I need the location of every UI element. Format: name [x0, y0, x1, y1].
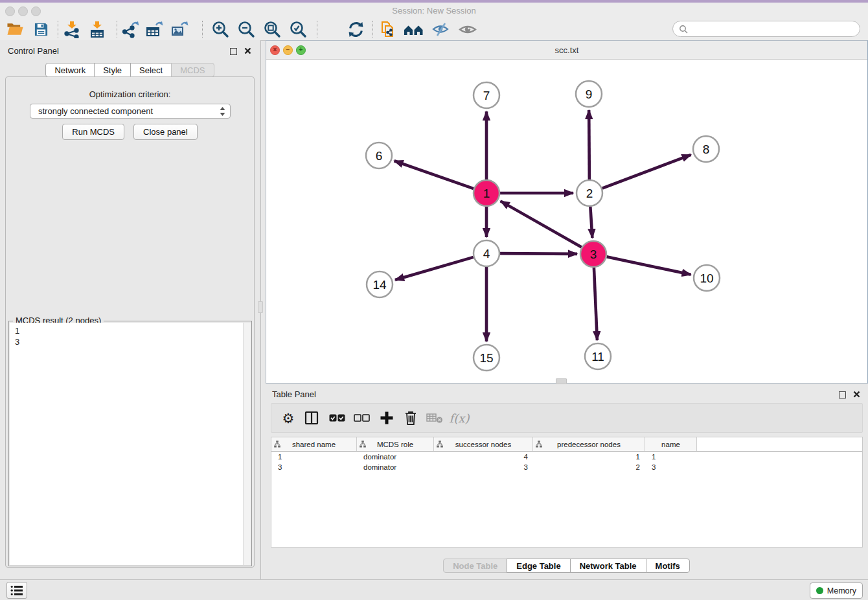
run-mcds-button[interactable]: Run MCDS	[62, 124, 124, 140]
mcds-result-text[interactable]: 1 3	[10, 323, 251, 565]
zoom-in-icon[interactable]	[210, 19, 231, 39]
search-box[interactable]	[672, 21, 860, 37]
graph-node-label-1: 1	[483, 187, 490, 200]
tab-node-table[interactable]: Node Table	[443, 559, 507, 573]
function-builder-icon[interactable]: f(x)	[448, 404, 470, 432]
import-network-icon[interactable]	[62, 19, 82, 39]
split-columns-icon[interactable]	[301, 404, 323, 432]
graph-edge-4-3[interactable]	[500, 253, 577, 254]
table-cell[interactable]: 1	[533, 453, 645, 461]
hide-graphics-details-icon[interactable]	[430, 19, 451, 39]
export-table-icon[interactable]	[144, 19, 165, 39]
add-column-icon[interactable]	[376, 404, 398, 432]
tab-network-table[interactable]: Network Table	[570, 559, 646, 573]
deselect-all-checkboxes-icon[interactable]	[350, 404, 372, 432]
table-close-panel-icon[interactable]	[853, 391, 860, 398]
export-network-icon[interactable]	[120, 19, 141, 39]
column-header-label: MCDS role	[377, 441, 413, 448]
gear-icon[interactable]: ⚙	[277, 404, 299, 432]
graph-edge-4-14[interactable]	[395, 257, 474, 280]
graph-node-label-11: 11	[591, 350, 604, 363]
table-panel-title: Table Panel	[272, 389, 316, 399]
window-title: Session: New Session	[0, 6, 868, 16]
table-panel-tabs: Node Table Edge Table Network Table Moti…	[266, 559, 868, 573]
column-header-predecessor-nodes[interactable]: predecessor nodes	[533, 437, 645, 451]
memory-button[interactable]: Memory	[810, 583, 863, 599]
search-input[interactable]	[691, 24, 860, 34]
memory-label: Memory	[827, 586, 856, 595]
network-window-titlebar[interactable]: × − + scc.txt	[266, 41, 867, 60]
tab-style[interactable]: Style	[94, 63, 131, 77]
graph-node-label-10: 10	[700, 271, 713, 285]
table-cell[interactable]: 3	[434, 463, 533, 471]
column-header-MCDS-role[interactable]: MCDS role	[357, 437, 434, 451]
column-header-successor-nodes[interactable]: successor nodes	[434, 437, 533, 451]
table-cell[interactable]: 2	[533, 463, 645, 471]
column-header-shared-name[interactable]: shared name	[271, 437, 357, 451]
tab-select[interactable]: Select	[130, 63, 172, 77]
result-scrollbar[interactable]	[243, 323, 251, 565]
save-session-icon[interactable]	[30, 19, 51, 39]
graph-edge-1-6[interactable]	[394, 161, 474, 189]
memory-status-icon	[816, 587, 823, 594]
open-session-icon[interactable]	[5, 19, 25, 39]
table-cell[interactable]: 3	[271, 463, 357, 471]
criterion-dropdown[interactable]: strongly connected component	[30, 104, 231, 119]
delete-column-icon[interactable]	[400, 404, 422, 432]
graph-edge-2-8[interactable]	[602, 155, 691, 189]
refresh-layout-icon[interactable]	[345, 19, 366, 39]
hierarchy-icon	[437, 441, 443, 449]
graph-node-label-15: 15	[479, 351, 493, 365]
network-window-title: scc.txt	[266, 45, 867, 55]
tab-edge-table[interactable]: Edge Table	[507, 559, 570, 573]
task-history-button[interactable]	[6, 582, 27, 599]
toolbar-separator	[58, 21, 58, 38]
table-row[interactable]: 3dominator323	[271, 462, 862, 472]
tab-motifs[interactable]: Motifs	[646, 559, 690, 573]
status-bar: Memory	[0, 579, 868, 600]
show-graphics-details-icon[interactable]	[457, 19, 478, 39]
float-panel-icon[interactable]	[230, 48, 237, 55]
graph-edge-3-10[interactable]	[607, 257, 691, 274]
column-header-name[interactable]: name	[645, 437, 697, 451]
dropdown-stepper-icon	[220, 107, 225, 116]
hierarchy-icon	[274, 441, 280, 449]
graph-edge-3-11[interactable]	[594, 268, 597, 340]
clone-network-icon[interactable]	[377, 19, 398, 39]
table-float-panel-icon[interactable]	[839, 391, 846, 398]
main-titlebar[interactable]: Session: New Session	[0, 3, 868, 19]
control-panel-tabs: Network Style Select MCDS	[0, 63, 260, 77]
delete-table-icon[interactable]	[424, 404, 446, 432]
table-cell[interactable]: dominator	[357, 453, 434, 461]
table-header-row: shared nameMCDS rolesuccessor nodesprede…	[271, 437, 862, 452]
table-cell[interactable]: 3	[645, 463, 697, 471]
vertical-splitter-grip[interactable]	[258, 301, 263, 313]
header-filler	[697, 437, 862, 451]
toolbar-separator	[317, 21, 317, 38]
network-view-window[interactable]: × − + scc.txt 7961284314101511	[266, 40, 868, 384]
network-canvas[interactable]: 7961284314101511	[266, 60, 867, 383]
export-image-icon[interactable]	[170, 19, 190, 39]
table-cell[interactable]: 1	[645, 453, 697, 461]
graph-node-label-2: 2	[586, 187, 593, 200]
table-cell[interactable]: 1	[271, 453, 357, 461]
tab-mcds[interactable]: MCDS	[171, 63, 214, 77]
graph-edge-3-1[interactable]	[501, 201, 582, 247]
zoom-selected-icon[interactable]	[288, 19, 308, 39]
horizontal-splitter-grip[interactable]	[556, 378, 567, 384]
graph-edge-2-3[interactable]	[590, 207, 592, 238]
zoom-fit-icon[interactable]	[262, 19, 282, 39]
table-cell[interactable]: dominator	[357, 463, 434, 471]
table-row[interactable]: 1dominator411	[271, 452, 862, 462]
table-cell[interactable]: 4	[434, 453, 533, 461]
zoom-out-icon[interactable]	[236, 19, 257, 39]
graph-edge-2-9[interactable]	[589, 110, 589, 179]
import-table-icon[interactable]	[87, 19, 108, 39]
close-panel-icon[interactable]	[244, 47, 251, 54]
close-panel-button[interactable]: Close panel	[133, 124, 198, 140]
select-all-checkboxes-icon[interactable]	[326, 404, 348, 432]
tab-network[interactable]: Network	[45, 63, 95, 77]
home-view-icon[interactable]	[403, 19, 424, 39]
column-header-label: predecessor nodes	[557, 441, 621, 448]
graph-node-label-9: 9	[586, 87, 593, 101]
